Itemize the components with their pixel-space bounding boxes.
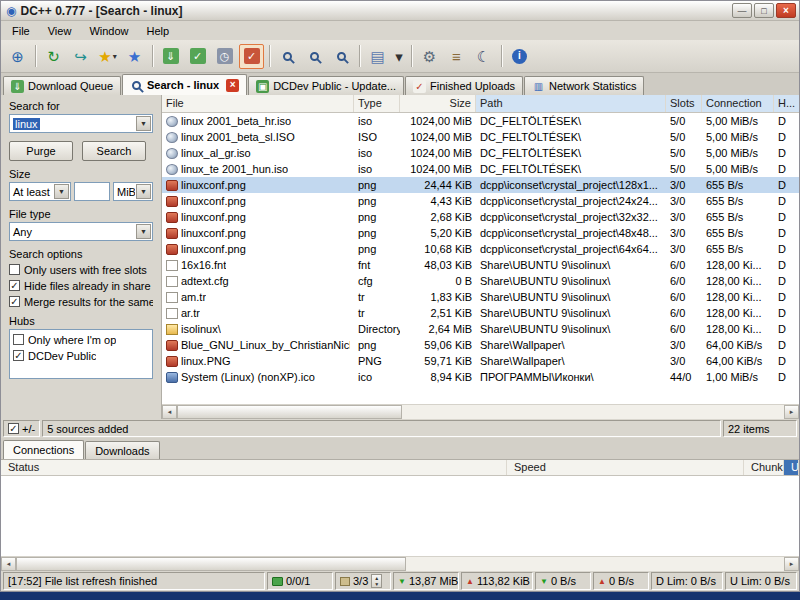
search-option[interactable]: Only users with free slots — [9, 264, 153, 276]
checkbox[interactable]: ✓ — [13, 350, 24, 361]
hub-option[interactable]: ✓DCDev Public — [13, 350, 149, 362]
result-row[interactable]: linuxconf.pngpng4,43 KiBdcpp\iconset\cry… — [162, 193, 799, 209]
open-filelist-dropdown-icon[interactable]: ▾ — [392, 44, 406, 69]
result-row[interactable]: linux_al_gr.isoiso1024,00 MiBDC_FELTÖLTÉ… — [162, 145, 799, 161]
chevron-down-icon[interactable]: ▼ — [136, 184, 151, 199]
away-icon[interactable]: ☾ — [471, 44, 496, 69]
column-header-file[interactable]: File — [162, 95, 354, 112]
result-row[interactable]: linuxconf.pngpng2,68 KiBdcpp\iconset\cry… — [162, 209, 799, 225]
scrollbar-thumb[interactable] — [16, 557, 406, 571]
file-type-select[interactable]: Any ▼ — [9, 222, 153, 241]
close-button[interactable]: × — [776, 3, 796, 18]
transfer-column-speed[interactable]: Speed — [507, 460, 744, 475]
tab-finished-uploads[interactable]: ✓Finished Uploads — [405, 76, 523, 95]
menu-item-view[interactable]: View — [39, 23, 81, 39]
result-row[interactable]: linuxconf.pngpng10,68 KiBdcpp\iconset\cr… — [162, 241, 799, 257]
scroll-left-icon[interactable]: ◂ — [1, 557, 16, 571]
favorite-users-icon[interactable]: ★ — [122, 44, 147, 69]
image-icon — [166, 228, 178, 239]
search-icon[interactable] — [275, 44, 300, 69]
title-bar[interactable]: ◉ DC++ 0.777 - [Search - linux] — □ × — [1, 1, 799, 21]
search-spy-icon[interactable] — [329, 44, 354, 69]
disc-icon — [166, 164, 178, 175]
scrollbar-thumb[interactable] — [177, 405, 402, 419]
tab-network-statistics[interactable]: ▥Network Statistics — [524, 76, 644, 95]
download-queue-icon[interactable]: ⇓ — [158, 44, 183, 69]
menu-item-file[interactable]: File — [3, 23, 39, 39]
tab-close-button[interactable]: × — [226, 79, 239, 92]
search-input[interactable]: linux ▼ — [9, 114, 153, 133]
favorite-hubs-icon[interactable]: ★▾ — [95, 44, 120, 69]
purge-button[interactable]: Purge — [9, 141, 73, 161]
public-hubs-icon[interactable]: ⊕ — [5, 44, 30, 69]
checkbox[interactable]: ✓ — [9, 280, 20, 291]
result-row[interactable]: adtext.cfgcfg0 BShare\UBUNTU 9\isolinux\… — [162, 273, 799, 289]
transfer-column-status[interactable]: Status — [1, 460, 507, 475]
chevron-down-icon[interactable]: ▼ — [136, 224, 151, 239]
result-row[interactable]: linux 2001_beta_hr.isoiso1024,00 MiBDC_F… — [162, 113, 799, 129]
column-header-type[interactable]: Type — [354, 95, 400, 112]
column-header-connection[interactable]: Connection — [702, 95, 774, 112]
result-row[interactable]: System (Linux) (nonXP).icoico8,94 KiBПРО… — [162, 369, 799, 385]
tab-connections[interactable]: Connections — [3, 440, 84, 459]
tab-downloads[interactable]: Downloads — [85, 441, 159, 459]
result-row[interactable]: isolinux\Directory2,64 MiBShare\UBUNTU 9… — [162, 321, 799, 337]
column-header-slots[interactable]: Slots — [666, 95, 702, 112]
reconnect-icon[interactable]: ↻ — [41, 44, 66, 69]
column-header-hub[interactable]: H... — [774, 95, 800, 112]
hub-option[interactable]: Only where I'm op — [13, 334, 149, 346]
maximize-button[interactable]: □ — [754, 3, 774, 18]
sources-added-status: 5 sources added — [42, 420, 721, 437]
menu-item-window[interactable]: Window — [80, 23, 137, 39]
result-row[interactable]: linux.PNGPNG59,71 KiBShare\Wallpaper\3/0… — [162, 353, 799, 369]
scroll-left-icon[interactable]: ◂ — [162, 405, 177, 419]
menu-item-help[interactable]: Help — [138, 23, 179, 39]
file-name: am.tr — [181, 291, 206, 303]
image-icon — [166, 340, 178, 351]
chevron-down-icon[interactable]: ▼ — [136, 116, 151, 131]
size-unit-select[interactable]: MiB ▼ — [113, 182, 153, 201]
finished-uploads-icon[interactable]: ✓ — [239, 44, 264, 69]
open-filelist-icon[interactable]: ▤ — [365, 44, 390, 69]
slots-spinner[interactable]: ▲▼ — [371, 574, 382, 588]
result-row[interactable]: linuxconf.pngpng5,20 KiBdcpp\iconset\cry… — [162, 225, 799, 241]
waiting-users-icon[interactable]: ◷ — [212, 44, 237, 69]
result-row[interactable]: linux_te 2001_hun.isoiso1024,00 MiBDC_FE… — [162, 161, 799, 177]
scroll-right-icon[interactable]: ▸ — [784, 557, 799, 571]
tab-search-linux[interactable]: Search - linux× — [122, 74, 247, 95]
finished-downloads-icon[interactable]: ✓ — [185, 44, 210, 69]
column-header-path[interactable]: Path — [476, 95, 666, 112]
result-row[interactable]: am.trtr1,83 KiBShare\UBUNTU 9\isolinux\6… — [162, 289, 799, 305]
settings-icon[interactable]: ⚙ — [417, 44, 442, 69]
file-icon — [166, 308, 178, 319]
chevron-down-icon[interactable]: ▼ — [54, 184, 69, 199]
follow-redirect-icon[interactable]: ↪ — [68, 44, 93, 69]
result-row[interactable]: linux 2001_beta_sl.ISOISO1024,00 MiBDC_F… — [162, 129, 799, 145]
search-option[interactable]: ✓Hide files already in share — [9, 280, 153, 292]
search-results: FileTypeSizePathSlotsConnectionH... linu… — [161, 95, 799, 419]
result-row[interactable]: Blue_GNU_Linux_by_ChristianNick...png59,… — [162, 337, 799, 353]
result-row[interactable]: ar.trtr2,51 KiBShare\UBUNTU 9\isolinux\6… — [162, 305, 799, 321]
results-horizontal-scrollbar[interactable]: ◂ ▸ — [162, 404, 799, 419]
checkbox[interactable]: ✓ — [9, 296, 20, 307]
search-button[interactable]: Search — [82, 141, 146, 161]
scroll-right-icon[interactable]: ▸ — [784, 405, 799, 419]
checkbox[interactable] — [9, 264, 20, 275]
sources-checkbox[interactable]: ✓ — [8, 423, 19, 434]
transfer-column-u[interactable]: U — [784, 460, 799, 475]
column-header-size[interactable]: Size — [400, 95, 476, 112]
transfer-column-chunk[interactable]: Chunk — [744, 460, 784, 475]
tab-download-queue[interactable]: ⇓Download Queue — [3, 76, 121, 95]
result-row[interactable]: 16x16.fntfnt48,03 KiBShare\UBUNTU 9\isol… — [162, 257, 799, 273]
tab-dcdev-public[interactable]: ▣DCDev Public - Update... — [248, 76, 404, 95]
notepad-icon[interactable]: ≡ — [444, 44, 469, 69]
checkbox[interactable] — [13, 334, 24, 345]
size-mode-select[interactable]: At least ▼ — [9, 182, 71, 201]
adl-search-icon[interactable] — [302, 44, 327, 69]
transfers-horizontal-scrollbar[interactable]: ◂ ▸ — [1, 556, 799, 571]
size-input[interactable] — [74, 182, 110, 201]
help-icon[interactable]: i — [507, 44, 532, 69]
search-option[interactable]: ✓Merge results for the same fil — [9, 296, 153, 308]
result-row[interactable]: linuxconf.pngpng24,44 KiBdcpp\iconset\cr… — [162, 177, 799, 193]
minimize-button[interactable]: — — [732, 3, 752, 18]
